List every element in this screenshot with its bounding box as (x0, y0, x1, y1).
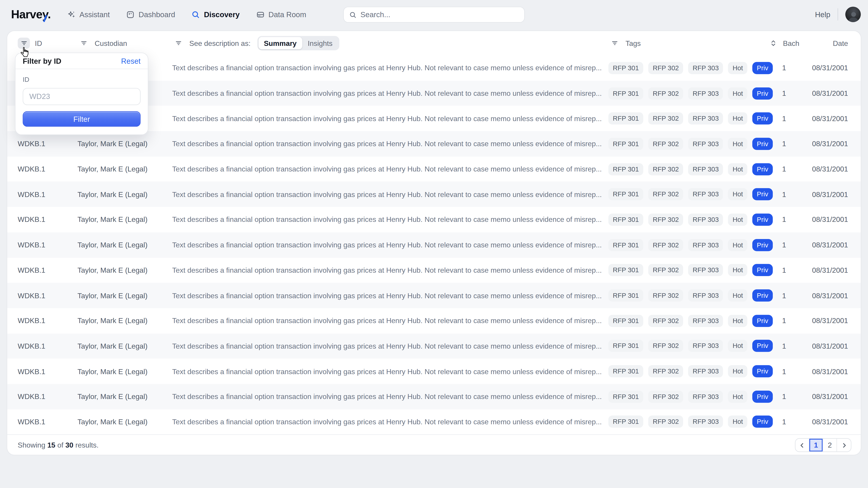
nav-tab-assistant[interactable]: Assistant (67, 10, 110, 19)
table-row[interactable]: WDKB.1 Taylor, Mark E (Legal) Text descr… (7, 384, 861, 409)
user-avatar[interactable] (845, 6, 861, 22)
tag-badge: RFP 303 (688, 264, 723, 276)
column-header-tags: Tags (608, 38, 769, 49)
table-row[interactable]: WDKB.1 Taylor, Mark E (Legal) Text descr… (7, 308, 861, 333)
row-id: WDKB.1 (18, 165, 77, 173)
column-label: Custodian (95, 39, 127, 47)
row-description: Text describes a financial option transa… (172, 342, 609, 350)
segment-summary[interactable]: Summary (258, 37, 302, 49)
tag-badge: RFP 301 (608, 239, 643, 251)
row-batch: 1 (769, 140, 800, 148)
filter-lines-icon (20, 40, 27, 46)
tag-badge: RFP 303 (688, 289, 723, 302)
column-header-date: Date (799, 39, 848, 47)
global-search[interactable] (343, 6, 525, 23)
row-custodian: Taylor, Mark E (Legal) (78, 266, 172, 274)
table-row[interactable]: WDKB.1 Taylor, Mark E (Legal) Text descr… (7, 156, 861, 182)
tag-badge: RFP 302 (648, 87, 683, 99)
row-date: 08/31/2001 (799, 418, 848, 426)
tag-badge: RFP 303 (688, 239, 723, 251)
page-button-1[interactable]: 1 (809, 439, 823, 452)
tag-badge: Hot (728, 239, 747, 251)
tag-badge: RFP 302 (648, 315, 683, 327)
tag-badge: Hot (728, 264, 747, 276)
tags-filter-button[interactable] (608, 38, 620, 49)
tag-badge: RFP 303 (688, 416, 723, 428)
row-custodian: Taylor, Mark E (Legal) (78, 241, 172, 249)
row-description: Text describes a financial option transa… (172, 317, 609, 325)
row-tags: RFP 301RFP 302RFP 303HotPriv (608, 390, 769, 402)
tag-badge: RFP 303 (688, 62, 723, 74)
filter-lines-icon (175, 40, 182, 46)
pagination: 1 2 (795, 438, 851, 452)
nav-tab-discovery[interactable]: Discovery (192, 10, 240, 19)
column-label: Date (833, 39, 848, 47)
tag-badge: RFP 302 (648, 214, 683, 226)
tag-badge: RFP 303 (688, 340, 723, 352)
segment-insights[interactable]: Insights (302, 37, 338, 49)
row-batch: 1 (769, 342, 800, 350)
hard-drive-icon (256, 10, 265, 19)
harvey-logo[interactable]: Harvey. (11, 8, 51, 21)
tag-badge: Hot (728, 112, 747, 125)
row-tags: RFP 301RFP 302RFP 303HotPriv (608, 138, 769, 150)
table-row[interactable]: WDKB.1 Taylor, Mark E (Legal) Text descr… (7, 333, 861, 359)
reset-link[interactable]: Reset (121, 57, 141, 65)
custodian-filter-button[interactable] (78, 38, 90, 49)
row-date: 08/31/2001 (799, 114, 848, 123)
row-tags: RFP 301RFP 302RFP 303HotPriv (608, 289, 769, 302)
logo-text: Harvey (11, 8, 48, 20)
row-date: 08/31/2001 (799, 266, 848, 274)
row-custodian: Taylor, Mark E (Legal) (78, 291, 172, 300)
tag-badge: RFP 301 (608, 138, 643, 150)
row-date: 08/31/2001 (799, 140, 848, 148)
row-batch: 1 (769, 266, 800, 274)
chevron-right-icon (841, 443, 846, 448)
row-description: Text describes a financial option transa… (172, 241, 609, 249)
prev-page-button[interactable] (796, 439, 809, 452)
nav-tab-data-room[interactable]: Data Room (256, 10, 306, 19)
row-tags: RFP 301RFP 302RFP 303HotPriv (608, 188, 769, 200)
table-row[interactable]: WDKB.1 Taylor, Mark E (Legal) Text descr… (7, 409, 861, 434)
table-row[interactable]: WDKB.1 Taylor, Mark E (Legal) Text descr… (7, 182, 861, 207)
row-tags: RFP 301RFP 302RFP 303HotPriv (608, 264, 769, 276)
next-page-button[interactable] (837, 439, 851, 452)
row-batch: 1 (769, 317, 800, 325)
column-header-batch: Bach (769, 38, 800, 49)
batch-sort-button[interactable] (769, 38, 778, 49)
row-custodian: Taylor, Mark E (Legal) (78, 418, 172, 426)
tag-badge: Hot (728, 214, 747, 226)
tag-badge: RFP 301 (608, 87, 643, 99)
popup-header: Filter by ID Reset (16, 53, 148, 69)
table-row[interactable]: WDKB.1 Taylor, Mark E (Legal) Text descr… (7, 207, 861, 232)
tag-badge: RFP 301 (608, 365, 643, 378)
top-bar: Harvey. Assistant Dashboard (0, 0, 868, 29)
row-batch: 1 (769, 190, 800, 199)
search-icon (349, 11, 356, 19)
row-id: WDKB.1 (18, 317, 77, 325)
row-custodian: Taylor, Mark E (Legal) (78, 367, 172, 376)
row-tags: RFP 301RFP 302RFP 303HotPriv (608, 416, 769, 428)
search-input[interactable] (360, 11, 519, 19)
page-button-2[interactable]: 2 (823, 439, 837, 452)
column-label: Bach (783, 39, 800, 47)
table-row[interactable]: WDKB.1 Taylor, Mark E (Legal) Text descr… (7, 232, 861, 258)
id-filter-input[interactable] (23, 88, 141, 105)
row-tags: RFP 301RFP 302RFP 303HotPriv (608, 62, 769, 74)
row-custodian: Taylor, Mark E (Legal) (78, 392, 172, 401)
filter-by-id-popup: Filter by ID Reset ID Filter (15, 53, 148, 135)
table-row[interactable]: WDKB.1 Taylor, Mark E (Legal) Text descr… (7, 283, 861, 308)
row-custodian: Taylor, Mark E (Legal) (78, 317, 172, 325)
tag-badge: RFP 301 (608, 264, 643, 276)
description-filter-button[interactable] (172, 38, 184, 49)
row-date: 08/31/2001 (799, 342, 848, 350)
apply-filter-button[interactable]: Filter (23, 111, 141, 127)
help-link[interactable]: Help (815, 10, 830, 19)
tag-badge: Hot (728, 289, 747, 302)
column-header-custodian: Custodian (78, 38, 172, 49)
table-row[interactable]: WDKB.1 Taylor, Mark E (Legal) Text descr… (7, 359, 861, 384)
tag-badge: RFP 302 (648, 163, 683, 175)
table-row[interactable]: WDKB.1 Taylor, Mark E (Legal) Text descr… (7, 258, 861, 283)
nav-tab-dashboard[interactable]: Dashboard (126, 10, 175, 19)
tag-badge: RFP 302 (648, 112, 683, 125)
